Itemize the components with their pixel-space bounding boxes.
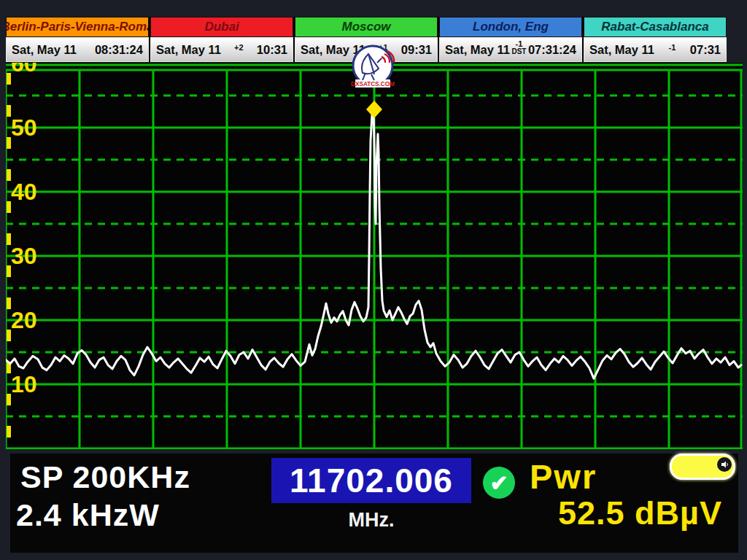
tz-offset: +2 [234, 44, 244, 52]
clock-time-london: Sat, May 11 -1 DST 07:31:24 [439, 37, 582, 62]
spectrum-chart: 605040302010 [6, 63, 743, 449]
satellite-dish-icon: DXSATCS.COM [349, 44, 396, 90]
clock-time: 07:31:24 [528, 43, 576, 57]
bandwidth-label: 2.4 kHzW [16, 497, 160, 533]
dxsatcs-logo: DXSATCS.COM [349, 44, 396, 90]
tz-offset: -1 [669, 44, 676, 52]
logo-text: DXSATCS.COM [351, 81, 395, 88]
power-value: 52.5 dBµV [558, 494, 722, 532]
svg-text:40: 40 [11, 179, 37, 205]
svg-text:50: 50 [11, 114, 37, 141]
city-label-london: London, Eng [439, 17, 582, 37]
svg-text:10: 10 [11, 371, 37, 397]
clock-date: Sat, May 11 [589, 43, 654, 57]
clock-rabat: Rabat-Casablanca Sat, May 11 -1 07:31 [584, 17, 727, 62]
city-label-dubai: Dubai [150, 17, 293, 37]
status-bar: SP 200KHz 2.4 kHzW 11702.006 MHz. ✔ Pwr … [10, 454, 738, 553]
clock-dubai: Dubai Sat, May 11 +2 10:31 [150, 17, 293, 62]
satellite-meter-screen: Berlin-Paris-Vienna-Roma Sat, May 11 08:… [0, 0, 747, 560]
svg-text:20: 20 [11, 307, 37, 333]
clock-time-rabat: Sat, May 11 -1 07:31 [584, 37, 727, 62]
clock-time: 09:31 [401, 43, 432, 57]
city-label-rabat: Rabat-Casablanca [584, 17, 727, 37]
clock-date: Sat, May 11 [12, 43, 77, 57]
city-label-berlin: Berlin-Paris-Vienna-Roma [6, 17, 149, 37]
speaker-icon [717, 457, 732, 472]
clock-time-dubai: Sat, May 11 +2 10:31 [150, 37, 293, 62]
spectrum-display: 605040302010 [6, 63, 743, 449]
clock-time: 10:31 [257, 43, 287, 57]
frequency-unit-label: MHz. [271, 509, 471, 532]
clock-time: 07:31 [690, 43, 721, 57]
lock-check-icon: ✔ [483, 467, 515, 499]
city-label-moscow: Moscow [295, 17, 438, 37]
clock-time-berlin: Sat, May 11 08:31:24 [6, 37, 149, 62]
clock-london: London, Eng Sat, May 11 -1 DST 07:31:24 [439, 17, 582, 62]
svg-text:60: 60 [11, 63, 37, 77]
audio-toggle[interactable] [670, 454, 735, 480]
frequency-readout[interactable]: 11702.006 [271, 458, 471, 503]
svg-text:30: 30 [11, 243, 37, 269]
span-label: SP 200KHz [20, 459, 190, 495]
clock-time: 08:31:24 [95, 43, 143, 57]
clock-berlin: Berlin-Paris-Vienna-Roma Sat, May 11 08:… [6, 17, 149, 62]
tz-offset-dst: -1 DST [511, 40, 526, 55]
clock-date: Sat, May 11 [445, 43, 510, 57]
clock-date: Sat, May 11 [156, 43, 221, 57]
power-label: Pwr [530, 456, 597, 497]
